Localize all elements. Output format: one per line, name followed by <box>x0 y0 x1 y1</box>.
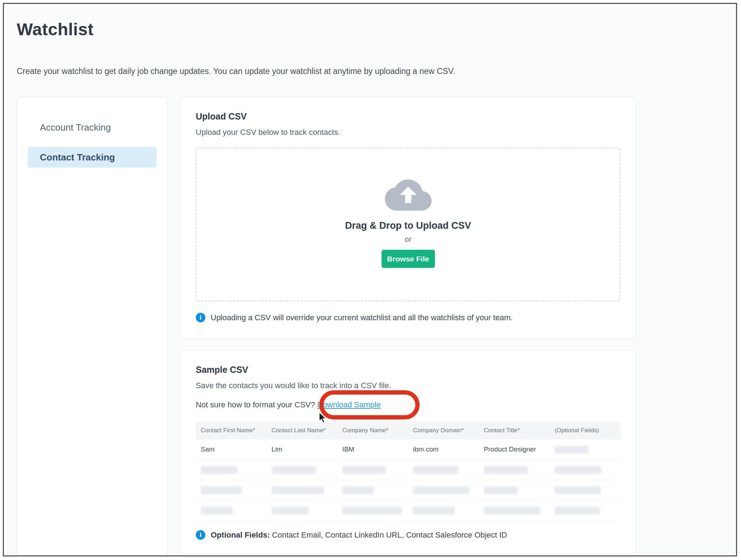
upload-info-note: i Uploading a CSV will override your cur… <box>196 313 513 322</box>
redacted-cell <box>408 480 479 500</box>
sample-csv-title: Sample CSV <box>196 365 248 375</box>
redacted-cell <box>408 500 479 521</box>
sample-csv-table: Contact First Name* Contact Last Name* C… <box>196 422 620 521</box>
column-header: (Optional Fields) <box>550 422 620 439</box>
upload-csv-subtitle: Upload your CSV below to track contacts. <box>196 128 340 137</box>
redacted-cell <box>267 480 337 500</box>
redacted-cell <box>550 439 620 460</box>
download-sample-link[interactable]: Download Sample <box>317 400 381 409</box>
app-window: Watchlist Create your watchlist to get d… <box>3 3 737 556</box>
table-cell: Lim <box>267 439 337 460</box>
upload-csv-title: Upload CSV <box>196 111 247 122</box>
settings-sidebar: Account Tracking Contact Tracking <box>17 97 168 556</box>
info-icon: i <box>196 313 205 322</box>
redacted-cell <box>550 480 620 500</box>
table-cell: Sam <box>196 439 267 460</box>
redacted-cell <box>267 460 337 480</box>
column-header: Company Domain* <box>408 422 479 439</box>
redacted-cell <box>408 460 479 480</box>
info-icon: i <box>196 530 205 540</box>
sidebar-item-account-tracking[interactable]: Account Tracking <box>28 117 157 138</box>
page-title: Watchlist <box>17 20 94 39</box>
upload-info-text: Uploading a CSV will override your curre… <box>211 313 513 322</box>
format-help-line: Not sure how to format your CSV? Downloa… <box>196 400 381 410</box>
sidebar-item-label: Account Tracking <box>40 122 111 133</box>
browse-file-button[interactable]: Browse File <box>382 250 435 268</box>
redacted-cell <box>479 460 550 480</box>
table-cell: ibm.com <box>408 439 479 460</box>
redacted-cell <box>196 480 267 500</box>
redacted-cell <box>550 500 620 521</box>
redacted-cell <box>550 460 620 480</box>
redacted-cell <box>196 460 267 480</box>
sidebar-item-label: Contact Tracking <box>40 152 115 163</box>
optional-fields-list: Contact Email, Contact LinkedIn URL, Con… <box>270 530 507 539</box>
dropzone-heading: Drag & Drop to Upload CSV <box>345 220 471 231</box>
optional-fields-label: Optional Fields: <box>211 530 270 539</box>
sidebar-item-contact-tracking[interactable]: Contact Tracking <box>28 147 157 168</box>
sample-csv-description: Save the contacts you would like to trac… <box>196 381 391 390</box>
redacted-cell <box>267 500 337 521</box>
cloud-upload-icon <box>385 178 432 212</box>
optional-fields-text: Optional Fields: Contact Email, Contact … <box>211 530 507 540</box>
table-header-row: Contact First Name* Contact Last Name* C… <box>196 422 620 439</box>
redacted-cell <box>479 500 550 521</box>
table-cell: Product Designer <box>479 439 550 460</box>
optional-fields-note: i Optional Fields: Contact Email, Contac… <box>196 530 507 540</box>
sample-csv-card: Sample CSV Save the contacts you would l… <box>180 350 636 554</box>
table-row-redacted <box>196 460 620 480</box>
column-header: Contact Title* <box>479 422 550 439</box>
redacted-cell <box>479 480 550 500</box>
column-header: Company Name* <box>337 422 408 439</box>
column-header: Contact First Name* <box>196 422 267 439</box>
table-row-redacted <box>196 500 620 521</box>
upload-csv-card: Upload CSV Upload your CSV below to trac… <box>180 97 636 339</box>
redacted-cell <box>337 480 408 500</box>
table-cell: IBM <box>337 439 408 460</box>
redacted-cell <box>337 500 408 521</box>
redacted-cell <box>196 500 267 521</box>
mouse-cursor <box>318 412 327 425</box>
redacted-cell <box>337 460 408 480</box>
table-row: Sam Lim IBM ibm.com Product Designer <box>196 439 620 460</box>
dropzone-or-label: or <box>405 235 412 244</box>
format-question-text: Not sure how to format your CSV? <box>196 400 317 409</box>
table-row-redacted <box>196 480 620 500</box>
csv-dropzone[interactable]: Drag & Drop to Upload CSV or Browse File <box>196 148 620 301</box>
page-subtitle: Create your watchlist to get daily job c… <box>17 67 455 76</box>
